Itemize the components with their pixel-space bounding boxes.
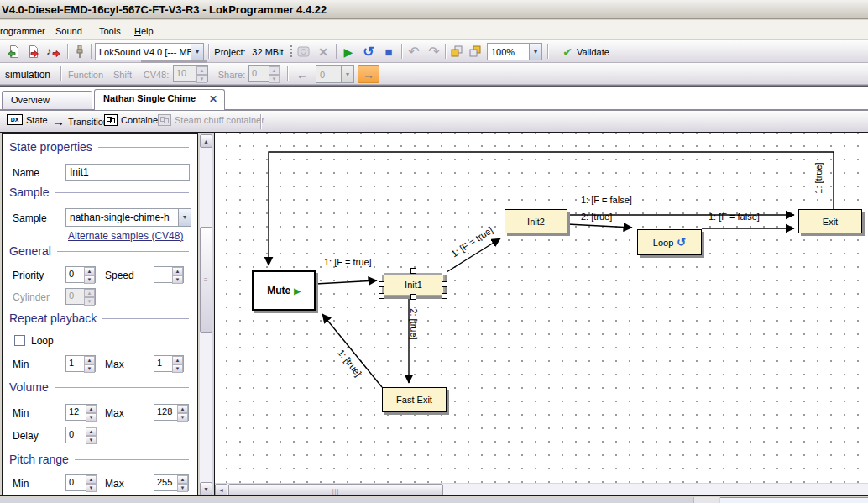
edge-init2-to-loop[interactable] bbox=[567, 224, 632, 228]
spin-down-icon[interactable]: ▼ bbox=[86, 413, 97, 422]
spin-down-icon[interactable]: ▼ bbox=[84, 364, 95, 373]
alternate-samples-link[interactable]: Alternate samples (CV48) bbox=[68, 230, 183, 242]
spin-up-icon[interactable]: ▲ bbox=[172, 356, 183, 364]
spin-down-icon[interactable]: ▼ bbox=[177, 413, 188, 422]
transition-tool[interactable]: → Transition bbox=[52, 114, 108, 128]
programmer-connection-icon[interactable] bbox=[71, 43, 88, 60]
toolbar-grip[interactable] bbox=[290, 45, 292, 58]
edge-mute-to-init1[interactable] bbox=[316, 280, 377, 284]
state-node-init1[interactable]: Init1 bbox=[382, 273, 445, 296]
spin-down-icon[interactable]: ▼ bbox=[86, 436, 97, 444]
section-general: General bbox=[9, 244, 189, 258]
send-to-back-icon[interactable] bbox=[467, 43, 484, 60]
spin-down-icon[interactable]: ▼ bbox=[84, 275, 95, 284]
chevron-down-icon[interactable]: ▾ bbox=[191, 44, 203, 60]
delay-spinner[interactable]: 0 ▲▼ bbox=[65, 427, 97, 443]
loop-checkbox[interactable] bbox=[14, 335, 25, 346]
volume-min-spinner[interactable]: 12 ▲▼ bbox=[65, 404, 97, 421]
speed-spinner[interactable]: ▲▼ bbox=[154, 266, 184, 283]
scroll-down-icon[interactable]: ▼ bbox=[200, 482, 212, 495]
state-node-loop[interactable]: Loop ↺ bbox=[637, 229, 702, 255]
menu-bar: rogrammer Sound Tools Help bbox=[0, 20, 868, 40]
priority-spinner[interactable]: 0 ▲▼ bbox=[65, 266, 96, 283]
repeat-min-spinner[interactable]: 1 ▲▼ bbox=[65, 355, 96, 372]
bring-to-front-icon[interactable] bbox=[448, 43, 465, 60]
pitch-min-spinner[interactable]: 0 ▲▼ bbox=[65, 474, 97, 491]
zoom-combo[interactable]: 100% ▾ bbox=[487, 43, 542, 60]
chevron-down-icon[interactable]: ▾ bbox=[529, 44, 541, 60]
status-pane bbox=[693, 497, 719, 503]
cv48-label: CV48: bbox=[141, 65, 171, 83]
volume-min-label: Min bbox=[13, 407, 29, 419]
spin-up-icon[interactable]: ▲ bbox=[86, 405, 97, 413]
spin-down-icon[interactable]: ▼ bbox=[177, 484, 188, 492]
repeat-min-label: Min bbox=[13, 359, 29, 370]
state-node-fast-exit[interactable]: Fast Exit bbox=[382, 387, 447, 412]
spin-up-icon[interactable]: ▲ bbox=[84, 356, 95, 364]
selection-handle[interactable] bbox=[442, 270, 447, 275]
spin-up-icon[interactable]: ▲ bbox=[177, 475, 188, 484]
loop-playback-icon[interactable]: ↺ bbox=[359, 43, 378, 60]
state-diagram-canvas[interactable]: 1: [F = true] 1: [F = true] 1: [F = fals… bbox=[215, 133, 868, 483]
write-sound-icon[interactable]: ♪ bbox=[44, 43, 64, 60]
spin-up-icon[interactable]: ▲ bbox=[84, 267, 95, 275]
tab-overview[interactable]: Overview bbox=[2, 91, 92, 109]
container-icon bbox=[104, 114, 118, 126]
selection-handle[interactable] bbox=[379, 281, 384, 287]
canvas-hscrollbar[interactable]: ◄ ||| bbox=[215, 483, 868, 496]
menu-tools[interactable]: Tools bbox=[96, 24, 124, 38]
state-node-exit[interactable]: Exit bbox=[798, 209, 862, 233]
selection-handle[interactable] bbox=[379, 270, 384, 275]
zoom-value: 100% bbox=[488, 47, 529, 57]
state-properties-panel: State properties Name Init1 Sample Sampl… bbox=[2, 133, 198, 496]
toolbar-separator bbox=[260, 114, 261, 129]
stop-icon[interactable]: ■ bbox=[379, 43, 398, 60]
scroll-up-icon[interactable]: ▲ bbox=[200, 134, 212, 148]
spin-up-icon[interactable]: ▲ bbox=[86, 427, 97, 436]
spin-down-icon[interactable]: ▼ bbox=[172, 364, 183, 373]
repeat-max-spinner[interactable]: 1 ▲▼ bbox=[154, 355, 184, 372]
name-input[interactable]: Init1 bbox=[65, 164, 190, 181]
validate-label: Validate bbox=[577, 47, 609, 57]
title-bar: V4.0-Diesel-EMD-16cyl-567C-FT-V3-R3 - Lo… bbox=[0, 0, 868, 19]
shift-button: Shift bbox=[109, 65, 136, 83]
play-icon[interactable]: ▶ bbox=[339, 43, 358, 60]
pitch-max-spinner[interactable]: 255 ▲▼ bbox=[154, 474, 189, 491]
spin-up-icon[interactable]: ▲ bbox=[86, 475, 97, 484]
validate-button[interactable]: ✔ Validate bbox=[552, 43, 620, 60]
selection-handle[interactable] bbox=[379, 293, 384, 299]
edge-label: 1: [F = false] bbox=[709, 212, 760, 222]
selection-handle[interactable] bbox=[442, 293, 447, 299]
scroll-left-icon[interactable]: ◄ bbox=[215, 484, 227, 496]
step-forward-button[interactable]: → bbox=[358, 65, 379, 83]
share-label: Share: bbox=[217, 65, 247, 83]
state-node-init2[interactable]: Init2 bbox=[505, 209, 567, 233]
chevron-down-icon[interactable]: ▾ bbox=[178, 209, 191, 226]
decoder-type-combo[interactable]: LokSound V4.0 [--- MBit] ▾ bbox=[95, 43, 204, 60]
edge-fastexit-to-mute[interactable] bbox=[322, 314, 382, 387]
panel-scrollbar[interactable]: ▲ ≡ ▼ bbox=[199, 134, 213, 496]
read-decoder-icon[interactable] bbox=[3, 43, 22, 60]
state-tool[interactable]: DX State bbox=[7, 114, 48, 125]
steam-chuff-container-tool: Steam chuff container bbox=[158, 114, 264, 126]
menu-help[interactable]: Help bbox=[131, 24, 157, 38]
spin-down-icon[interactable]: ▼ bbox=[172, 275, 183, 284]
close-tab-icon[interactable]: ✕ bbox=[209, 93, 217, 105]
state-node-mute[interactable]: Mute ▶ bbox=[252, 270, 316, 311]
spin-up-icon[interactable]: ▲ bbox=[177, 405, 188, 413]
menu-programmer[interactable]: rogrammer bbox=[0, 24, 49, 38]
selection-handle[interactable] bbox=[410, 294, 416, 300]
spin-up-icon[interactable]: ▲ bbox=[172, 267, 183, 275]
spin-down-icon[interactable]: ▼ bbox=[86, 484, 97, 492]
main-toolbar: ♪ LokSound V4.0 [--- MBit] ▾ Project: 32… bbox=[0, 40, 868, 63]
selection-handle[interactable] bbox=[410, 268, 416, 274]
scrollbar-thumb[interactable]: ||| bbox=[228, 484, 443, 496]
tab-nathan-single-chime[interactable]: Nathan Single Chime ✕ bbox=[94, 89, 225, 110]
scrollbar-thumb[interactable]: ≡ bbox=[200, 227, 212, 333]
sample-combo[interactable]: nathan-single-chime-h ▾ bbox=[65, 208, 191, 227]
menu-sound[interactable]: Sound bbox=[52, 24, 86, 38]
volume-max-spinner[interactable]: 128 ▲▼ bbox=[154, 404, 189, 421]
selection-handle[interactable] bbox=[442, 281, 447, 287]
write-decoder-icon[interactable] bbox=[24, 43, 42, 60]
container-tool[interactable]: Container bbox=[104, 114, 161, 126]
